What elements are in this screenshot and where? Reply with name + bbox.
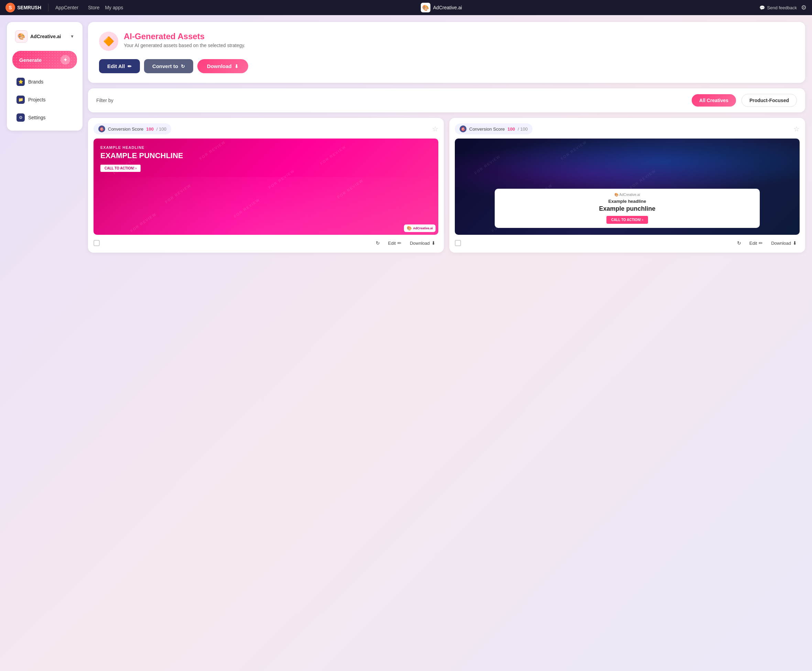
topnav-app-name: AdCreative.ai <box>433 5 462 10</box>
creative-card-2-actions: ↻ Edit ✏ Download ⬇ <box>455 239 800 247</box>
settings-icon: ⚙ <box>17 113 25 122</box>
feedback-link[interactable]: 💬 Send feedback <box>759 5 797 10</box>
sidebar-item-settings[interactable]: ⚙ Settings <box>12 110 77 125</box>
feedback-icon: 💬 <box>759 5 765 10</box>
card-checkbox-1[interactable] <box>94 240 100 246</box>
filter-all-creatives-button[interactable]: All Creatives <box>692 94 736 107</box>
edit-label-2: Edit <box>749 241 757 246</box>
preview-wave-1 <box>94 177 438 235</box>
convert-to-button[interactable]: Convert to ↻ <box>144 59 193 73</box>
edit-button-2[interactable]: Edit ✏ <box>747 239 766 247</box>
settings-gear-icon[interactable]: ⚙ <box>801 4 807 11</box>
filter-bar: Filter by All Creatives Product-Focused <box>88 89 805 112</box>
topnav-links: Store My apps <box>88 5 123 10</box>
generate-button[interactable]: Generate ✦ <box>12 51 77 69</box>
feedback-text: Send feedback <box>767 5 797 10</box>
sidebar-settings-label: Settings <box>28 115 46 120</box>
download-button-2[interactable]: Download ⬇ <box>768 239 800 247</box>
download-icon-1: ⬇ <box>431 240 436 246</box>
preview-card-headline-2: Example headline <box>500 199 754 204</box>
download-button-1[interactable]: Download ⬇ <box>407 239 438 247</box>
generate-label: Generate <box>19 57 42 63</box>
sidebar-app-logo: 🎨 <box>15 30 27 43</box>
download-icon-2: ⬇ <box>793 240 797 246</box>
score-number-2: 100 <box>507 126 515 132</box>
download-main-icon: ⬇ <box>235 64 238 69</box>
score-number-1: 100 <box>146 126 154 132</box>
preview-card-logo-2: 🎨 AdCreative.ai <box>500 193 754 197</box>
card-checkbox-2[interactable] <box>455 240 461 246</box>
nav-myapps-link[interactable]: My apps <box>105 5 123 10</box>
edit-label-1: Edit <box>388 241 396 246</box>
conversion-score-1: 🎯 Conversion Score 100 / 100 <box>94 123 171 135</box>
creatives-grid: 🎯 Conversion Score 100 / 100 ☆ EXAMPLE H… <box>88 118 805 253</box>
nav-store-link[interactable]: Store <box>88 5 99 10</box>
favorite-star-1[interactable]: ☆ <box>432 125 438 133</box>
header-text: AI-Generated Assets Your AI generated as… <box>124 32 245 48</box>
conversion-label-2: Conversion Score <box>469 126 505 132</box>
edit-all-button[interactable]: Edit All ✏ <box>99 59 140 73</box>
creative-preview-2: FOR REVIEW FOR REVIEW FOR REVIEW FOR REV… <box>455 138 800 235</box>
sidebar-item-brands[interactable]: ⭐ Brands <box>12 74 77 89</box>
mini-logo-text-1: AdCreative.ai <box>413 227 433 230</box>
header-top: 🔶 AI-Generated Assets Your AI generated … <box>99 32 794 51</box>
topnav-right: 💬 Send feedback ⚙ <box>759 4 807 11</box>
preview-pink-1: EXAMPLE HEADLINE EXAMPLE PUNCHLINE CALL … <box>94 138 438 235</box>
creative-card-1-actions: ↻ Edit ✏ Download ⬇ <box>94 239 438 247</box>
preview-cta-1: CALL TO ACTION! › <box>100 165 141 172</box>
refresh-button-2[interactable]: ↻ <box>734 239 744 247</box>
appcenter-label: AppCenter <box>55 5 78 10</box>
mini-logo-badge-1: 🎨 AdCreative.ai <box>404 225 436 232</box>
projects-icon: 📁 <box>17 95 25 104</box>
refresh-button-1[interactable]: ↻ <box>373 239 383 247</box>
creative-preview-1: EXAMPLE HEADLINE EXAMPLE PUNCHLINE CALL … <box>94 138 438 235</box>
sidebar-projects-label: Projects <box>28 97 46 102</box>
edit-all-label: Edit All <box>107 63 125 69</box>
semrush-brand-text: SEMRUSH <box>17 5 41 10</box>
conversion-label-1: Conversion Score <box>108 126 143 132</box>
download-main-button[interactable]: Download ⬇ <box>197 59 248 73</box>
edit-icon-1: ✏ <box>397 240 402 246</box>
generate-icon: ✦ <box>61 55 70 65</box>
preview-card-overlay-2: 🎨 AdCreative.ai Example headline Example… <box>495 189 759 228</box>
score-max-1: / 100 <box>157 126 167 132</box>
preview-card-cta-2: Call to action! › <box>606 216 648 224</box>
score-max-2: / 100 <box>518 126 528 132</box>
topnav-app-icon: 🎨 <box>421 3 431 12</box>
brands-icon: ⭐ <box>17 78 25 86</box>
sidebar-item-projects[interactable]: 📁 Projects <box>12 92 77 107</box>
filter-product-focused-button[interactable]: Product-Focused <box>742 94 797 107</box>
preview-headline-large-1: EXAMPLE PUNCHLINE <box>100 152 431 160</box>
download-label-2: Download <box>771 241 791 246</box>
edit-icon-2: ✏ <box>759 240 763 246</box>
sidebar-app-name: AdCreative.ai <box>30 34 67 39</box>
preview-dark-wave-2 <box>455 138 800 196</box>
creative-card-1: 🎯 Conversion Score 100 / 100 ☆ EXAMPLE H… <box>88 118 444 253</box>
mini-logo-icon-1: 🎨 <box>407 226 412 231</box>
header-title: AI-Generated Assets <box>124 32 245 41</box>
score-icon-2: 🎯 <box>460 126 466 132</box>
semrush-logo[interactable]: S SEMRUSH <box>5 3 41 12</box>
sidebar-dropdown-icon[interactable]: ▼ <box>70 34 74 39</box>
favorite-star-2[interactable]: ☆ <box>793 125 800 133</box>
conversion-score-2: 🎯 Conversion Score 100 / 100 <box>455 123 533 135</box>
edit-all-icon: ✏ <box>128 64 132 69</box>
download-main-label: Download <box>207 63 232 69</box>
header-subtitle: Your AI generated assets based on the se… <box>124 43 245 48</box>
topnav: S SEMRUSH AppCenter Store My apps 🎨 AdCr… <box>0 0 812 15</box>
sidebar-logo-row: 🎨 AdCreative.ai ▼ <box>12 27 77 45</box>
app-wrapper: 🎨 AdCreative.ai ▼ Generate ✦ ⭐ Brands 📁 … <box>0 15 812 671</box>
score-icon-1: 🎯 <box>98 126 105 132</box>
main-content: 🔶 AI-Generated Assets Your AI generated … <box>88 22 805 664</box>
download-label-1: Download <box>410 241 430 246</box>
creative-card-2-header: 🎯 Conversion Score 100 / 100 ☆ <box>455 123 800 135</box>
preview-dark-2: FOR REVIEW FOR REVIEW FOR REVIEW FOR REV… <box>455 138 800 235</box>
preview-card-punchline-2: Example punchline <box>500 205 754 213</box>
semrush-logo-icon: S <box>5 3 15 12</box>
edit-button-1[interactable]: Edit ✏ <box>385 239 404 247</box>
convert-icon: ↻ <box>181 64 185 69</box>
sidebar-brands-label: Brands <box>28 79 43 85</box>
header-card: 🔶 AI-Generated Assets Your AI generated … <box>88 22 805 83</box>
creative-card-1-header: 🎯 Conversion Score 100 / 100 ☆ <box>94 123 438 135</box>
convert-to-label: Convert to <box>152 63 178 69</box>
